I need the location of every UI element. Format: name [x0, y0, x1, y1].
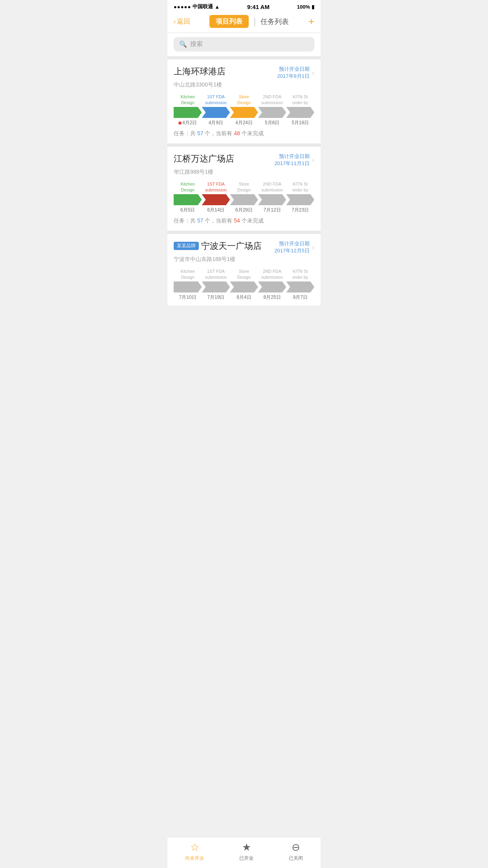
tl-date-p2-1: 6月14日 [202, 207, 230, 213]
arrow-seg-p3-4 [286, 281, 314, 292]
main-content: 上海环球港店 预计开业日期 2017年9月1日 › 中山北路3300号1楼 Ki… [167, 56, 321, 333]
task-incomplete-p2: 54 [234, 217, 240, 224]
chevron-right-icon-p1: › [312, 69, 314, 77]
tl-date-p2-4: 7月23日 [286, 207, 314, 213]
status-bar: ●●●●● 中国联通 ▲ 9:41 AM 100% ▮ [167, 0, 321, 12]
search-bar: 🔍 搜索 [167, 33, 321, 56]
tl-dates-p2: 6月5日 6月14日 6月29日 7月12日 7月23日 [174, 207, 314, 213]
brand-badge-p3: 某某品牌 [174, 242, 199, 250]
task-list-label: 任务列表 [261, 17, 289, 26]
tl-date-p2-2: 6月29日 [230, 207, 258, 213]
nav-bar: ‹ 返回 项目列表 | 任务列表 + [167, 12, 321, 33]
project-header-p1: 上海环球港店 预计开业日期 2017年9月1日 › [174, 66, 314, 80]
tl-label-p1-1: 1ST FDAsubmission [202, 94, 230, 105]
tl-label-p1-2: StoreDesign [230, 94, 258, 105]
project-address-p1: 中山北路3300号1楼 [174, 81, 314, 88]
chevron-right-icon-p2: › [312, 156, 314, 164]
tl-date-p3-2: 8月4日 [230, 294, 258, 301]
nav-divider: | [253, 17, 256, 27]
project-list-badge[interactable]: 项目列表 [209, 15, 249, 28]
tl-label-p1-3: 2ND FDAsubmission [258, 94, 286, 105]
carrier-label: 中国联通 [193, 3, 213, 10]
project-name-p1[interactable]: 上海环球港店 [174, 66, 226, 77]
project-date-p3[interactable]: 预计开业日期 2017年12月5日 › [274, 240, 314, 254]
tl-date-p1-4: 5月18日 [286, 120, 314, 126]
project-date-text-p1: 预计开业日期 2017年9月1日 [277, 66, 310, 80]
back-button[interactable]: ‹ 返回 [174, 17, 190, 26]
tl-label-p2-4: KITN Storder by [286, 181, 314, 193]
tl-label-p1-4: KITN Storder by [286, 94, 314, 105]
project-date-p2[interactable]: 预计开业日期 2017年11月1日 › [274, 153, 314, 167]
timeline-labels-p1: KitchenDesign 1ST FDAsubmission StoreDes… [174, 94, 314, 105]
task-total-p1: 57 [197, 130, 204, 136]
tl-date-p3-1: 7月19日 [202, 294, 230, 301]
timeline-p2: KitchenDesign 1ST FDAsubmission StoreDes… [174, 181, 314, 213]
chevron-right-icon-p3: › [312, 243, 314, 252]
search-icon: 🔍 [179, 40, 187, 48]
tl-date-p3-3: 8月25日 [258, 294, 286, 301]
tl-label-p3-4: KITN Storder by [286, 268, 314, 280]
tl-label-p2-2: StoreDesign [230, 181, 258, 193]
tl-label-p3-0: KitchenDesign [174, 268, 202, 280]
arrow-seg-p3-2 [230, 281, 258, 292]
back-label: 返回 [177, 17, 190, 26]
arrow-seg-p2-1 [202, 194, 230, 205]
tl-dates-p3: 7月10日 7月19日 8月4日 8月25日 9月7日 [174, 294, 314, 301]
arrow-seg-p1-3 [258, 107, 286, 118]
tl-arrows-p3 [174, 281, 314, 292]
arrow-seg-p1-0 [174, 107, 202, 118]
project-address-p2: 华江路988号1楼 [174, 169, 314, 176]
tl-label-p2-0: KitchenDesign [174, 181, 202, 193]
separator-1 [167, 56, 321, 59]
arrow-seg-p3-0 [174, 281, 202, 292]
arrow-seg-p1-2 [230, 107, 258, 118]
wifi-icon: ▲ [215, 4, 220, 10]
tl-date-p2-3: 7月12日 [258, 207, 286, 213]
project-card-p2: 江桥万达广场店 预计开业日期 2017年11月1日 › 华江路988号1楼 Ki… [167, 147, 321, 231]
tl-label-p3-3: 2ND FDAsubmission [258, 268, 286, 280]
tl-label-p1-0: KitchenDesign [174, 94, 202, 105]
battery-icon: ▮ [312, 4, 314, 10]
arrow-seg-p1-1 [202, 107, 230, 118]
tl-arrows-p2 [174, 194, 314, 205]
timeline-labels-p2: KitchenDesign 1ST FDAsubmission StoreDes… [174, 181, 314, 193]
tl-date-p1-0: 4月2日 [174, 120, 202, 126]
time-label: 9:41 AM [247, 4, 270, 10]
project-name-p3[interactable]: 宁波天一广场店 [201, 240, 262, 252]
tl-label-p2-1: 1ST FDAsubmission [202, 181, 230, 193]
tl-label-p2-3: 2ND FDAsubmission [258, 181, 286, 193]
arrow-seg-p1-4 [286, 107, 314, 118]
status-right: 100% ▮ [297, 4, 314, 10]
tl-date-p1-1: 4月9日 [202, 120, 230, 126]
tl-date-p3-0: 7月10日 [174, 294, 202, 301]
task-total-p2: 57 [197, 217, 204, 224]
status-left: ●●●●● 中国联通 ▲ [174, 3, 220, 10]
arrow-seg-p2-4 [286, 194, 314, 205]
project-name-p2[interactable]: 江桥万达广场店 [174, 153, 234, 165]
task-summary-p2: 任务：共 57 个，当前有 54 个未完成 [174, 217, 314, 226]
arrow-seg-p3-1 [202, 281, 230, 292]
tl-date-p1-2: 4月24日 [230, 120, 258, 126]
timeline-p3: KitchenDesign 1ST FDAsubmission StoreDes… [174, 268, 314, 301]
project-date-p1[interactable]: 预计开业日期 2017年9月1日 › [277, 66, 314, 80]
dot-indicator-p1 [178, 121, 182, 125]
separator-3 [167, 231, 321, 234]
search-input-wrap[interactable]: 🔍 搜索 [174, 37, 314, 51]
tl-dates-p1: 4月2日 4月9日 4月24日 5月8日 5月18日 [174, 120, 314, 126]
arrow-seg-p2-0 [174, 194, 202, 205]
tl-arrows-p1 [174, 107, 314, 118]
tl-date-p1-3: 5月8日 [258, 120, 286, 126]
nav-title-area: 项目列表 | 任务列表 [190, 15, 308, 28]
arrow-seg-p2-3 [258, 194, 286, 205]
battery-percent: 100% [297, 4, 310, 10]
project-header-p3: 某某品牌 宁波天一广场店 预计开业日期 2017年12月5日 › [174, 240, 314, 254]
project-address-p3: 宁波市中山东路188号1楼 [174, 256, 314, 263]
task-summary-p1: 任务：共 57 个，当前有 48 个未完成 [174, 130, 314, 139]
project-date-text-p2: 预计开业日期 2017年11月1日 [274, 153, 310, 167]
project-card-p1: 上海环球港店 预计开业日期 2017年9月1日 › 中山北路3300号1楼 Ki… [167, 59, 321, 143]
tl-label-p3-2: StoreDesign [230, 268, 258, 280]
project-date-text-p3: 预计开业日期 2017年12月5日 [274, 240, 310, 254]
project-header-p2: 江桥万达广场店 预计开业日期 2017年11月1日 › [174, 153, 314, 167]
tl-date-p3-4: 9月7日 [286, 294, 314, 301]
add-button[interactable]: + [308, 15, 314, 28]
